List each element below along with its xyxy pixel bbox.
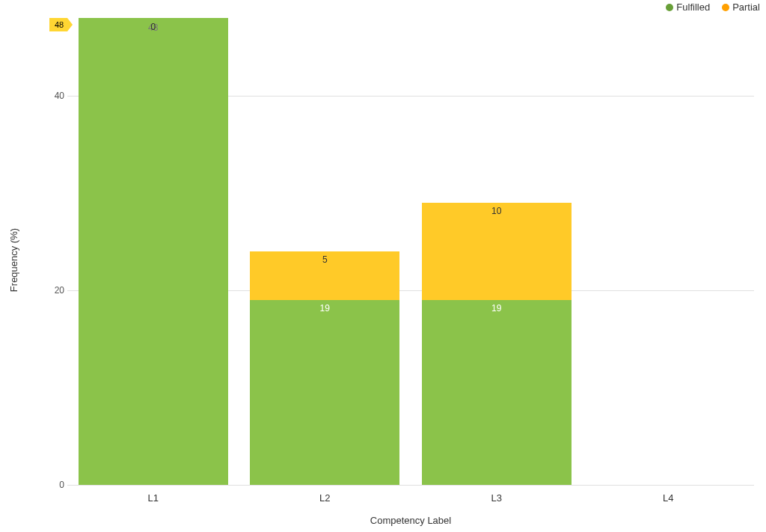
legend-dot-fulfilled (666, 4, 673, 11)
y-axis-label: Frequency (%) (8, 228, 19, 292)
bar-value-label: 19 (250, 303, 399, 314)
bar-group[interactable]: 195 (250, 251, 399, 485)
legend-item-partial[interactable]: Partial (722, 1, 760, 13)
bar-overlap-labels: 480 (148, 20, 158, 34)
chart-container: Fulfilled Partial Frequency (%) 48 02040… (0, 0, 766, 532)
legend: Fulfilled Partial (666, 1, 760, 13)
legend-dot-partial (722, 4, 729, 11)
x-axis-label: Competency Label (370, 515, 451, 526)
x-tick-label: L1 (148, 492, 159, 504)
y-tick-label: 20 (46, 285, 64, 296)
x-axis: Competency Label L1L2L3L4 (67, 485, 754, 530)
bar-value-label: 10 (422, 206, 572, 216)
legend-label: Partial (732, 1, 760, 13)
bar-segment-fulfilled[interactable]: 19 (250, 300, 399, 485)
x-tick-label: L3 (491, 492, 502, 504)
bar-segment-partial[interactable]: 5 (250, 251, 399, 300)
bar-segment-fulfilled[interactable] (79, 18, 228, 485)
y-tick-label: 40 (46, 91, 64, 101)
bar-value-label: 5 (250, 254, 399, 265)
y-tick-label: 0 (46, 480, 64, 490)
bar-segment-fulfilled[interactable]: 19 (422, 300, 572, 485)
x-tick-label: L4 (663, 492, 673, 504)
x-tick-label: L2 (319, 492, 330, 504)
bar-segment-partial[interactable]: 10 (422, 203, 572, 300)
legend-label: Fulfilled (676, 1, 710, 13)
bar-group[interactable] (79, 18, 228, 485)
legend-item-fulfilled[interactable]: Fulfilled (666, 1, 710, 13)
marker-badge: 48 (49, 18, 67, 31)
plot-area: 48 020404801951910 (67, 18, 754, 485)
bar-value-label: 19 (422, 303, 572, 314)
bar-group[interactable]: 1910 (422, 203, 572, 485)
